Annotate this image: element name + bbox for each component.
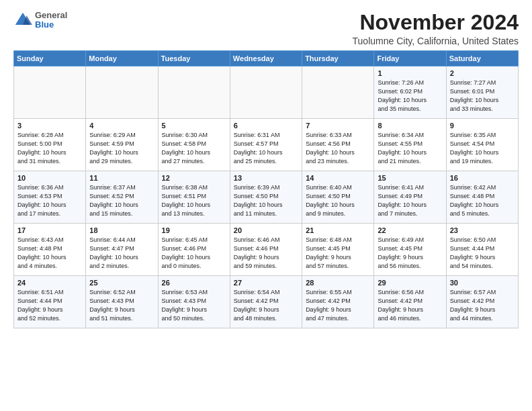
calendar-cell: 11Sunrise: 6:37 AM Sunset: 4:52 PM Dayli… xyxy=(86,171,158,224)
day-number: 24 xyxy=(17,279,82,287)
day-info: Sunrise: 7:27 AM Sunset: 6:01 PM Dayligh… xyxy=(450,79,515,113)
day-info: Sunrise: 6:45 AM Sunset: 4:46 PM Dayligh… xyxy=(162,236,226,271)
day-number: 3 xyxy=(17,122,82,130)
day-info: Sunrise: 6:33 AM Sunset: 4:56 PM Dayligh… xyxy=(306,131,370,166)
calendar-cell: 24Sunrise: 6:51 AM Sunset: 4:44 PM Dayli… xyxy=(14,276,86,328)
logo-blue: Blue xyxy=(35,20,67,30)
day-info: Sunrise: 6:52 AM Sunset: 4:43 PM Dayligh… xyxy=(89,288,154,323)
calendar-cell xyxy=(302,66,374,119)
day-number: 20 xyxy=(234,226,298,234)
day-number: 8 xyxy=(378,122,442,130)
day-info: Sunrise: 6:29 AM Sunset: 4:59 PM Dayligh… xyxy=(89,131,154,166)
day-number: 7 xyxy=(306,122,370,130)
day-number: 25 xyxy=(89,279,154,287)
day-info: Sunrise: 6:40 AM Sunset: 4:50 PM Dayligh… xyxy=(306,183,370,218)
week-row: 24Sunrise: 6:51 AM Sunset: 4:44 PM Dayli… xyxy=(14,276,519,328)
day-info: Sunrise: 6:49 AM Sunset: 4:45 PM Dayligh… xyxy=(378,236,442,271)
calendar-cell: 23Sunrise: 6:50 AM Sunset: 4:44 PM Dayli… xyxy=(446,224,518,276)
week-row: 10Sunrise: 6:36 AM Sunset: 4:53 PM Dayli… xyxy=(14,171,519,224)
calendar-cell: 19Sunrise: 6:45 AM Sunset: 4:46 PM Dayli… xyxy=(158,224,230,276)
calendar-cell: 17Sunrise: 6:43 AM Sunset: 4:48 PM Dayli… xyxy=(14,224,86,276)
logo-general: General xyxy=(35,11,67,20)
location: Tuolumne City, California, United States xyxy=(353,36,519,46)
calendar-cell: 16Sunrise: 6:42 AM Sunset: 4:48 PM Dayli… xyxy=(446,171,518,224)
day-info: Sunrise: 7:26 AM Sunset: 6:02 PM Dayligh… xyxy=(378,79,442,113)
day-number: 1 xyxy=(378,69,442,77)
day-number: 11 xyxy=(89,174,154,182)
day-info: Sunrise: 6:34 AM Sunset: 4:55 PM Dayligh… xyxy=(378,131,442,166)
day-info: Sunrise: 6:46 AM Sunset: 4:46 PM Dayligh… xyxy=(234,236,298,271)
week-row: 1Sunrise: 7:26 AM Sunset: 6:02 PM Daylig… xyxy=(14,66,519,119)
header-day: Wednesday xyxy=(230,51,302,66)
day-number: 17 xyxy=(17,226,82,234)
calendar-cell: 8Sunrise: 6:34 AM Sunset: 4:55 PM Daylig… xyxy=(374,119,446,171)
day-number: 22 xyxy=(378,226,442,234)
calendar-cell: 4Sunrise: 6:29 AM Sunset: 4:59 PM Daylig… xyxy=(86,119,158,171)
month-title: November 2024 xyxy=(353,11,519,34)
calendar-table: SundayMondayTuesdayWednesdayThursdayFrid… xyxy=(13,50,519,328)
calendar-cell: 10Sunrise: 6:36 AM Sunset: 4:53 PM Dayli… xyxy=(14,171,86,224)
calendar-body: 1Sunrise: 7:26 AM Sunset: 6:02 PM Daylig… xyxy=(14,66,519,328)
day-info: Sunrise: 6:57 AM Sunset: 4:42 PM Dayligh… xyxy=(450,288,515,323)
day-info: Sunrise: 6:37 AM Sunset: 4:52 PM Dayligh… xyxy=(89,183,154,218)
calendar-cell xyxy=(86,66,158,119)
logo-icon xyxy=(13,11,32,30)
calendar-cell: 21Sunrise: 6:48 AM Sunset: 4:45 PM Dayli… xyxy=(302,224,374,276)
day-number: 14 xyxy=(306,174,370,182)
header: General Blue November 2024 Tuolumne City… xyxy=(13,11,519,46)
day-info: Sunrise: 6:51 AM Sunset: 4:44 PM Dayligh… xyxy=(17,288,82,323)
day-info: Sunrise: 6:43 AM Sunset: 4:48 PM Dayligh… xyxy=(17,236,82,271)
day-info: Sunrise: 6:55 AM Sunset: 4:42 PM Dayligh… xyxy=(306,288,370,323)
calendar-cell: 26Sunrise: 6:53 AM Sunset: 4:43 PM Dayli… xyxy=(158,276,230,328)
calendar-cell: 29Sunrise: 6:56 AM Sunset: 4:42 PM Dayli… xyxy=(374,276,446,328)
day-number: 12 xyxy=(162,174,226,182)
logo-text: General Blue xyxy=(35,11,67,30)
day-info: Sunrise: 6:28 AM Sunset: 5:00 PM Dayligh… xyxy=(17,131,82,166)
day-number: 28 xyxy=(306,279,370,287)
day-number: 26 xyxy=(162,279,226,287)
day-info: Sunrise: 6:39 AM Sunset: 4:50 PM Dayligh… xyxy=(234,183,298,218)
day-number: 9 xyxy=(450,122,515,130)
calendar-cell: 5Sunrise: 6:30 AM Sunset: 4:58 PM Daylig… xyxy=(158,119,230,171)
day-info: Sunrise: 6:31 AM Sunset: 4:57 PM Dayligh… xyxy=(234,131,298,166)
day-number: 10 xyxy=(17,174,82,182)
day-number: 30 xyxy=(450,279,515,287)
calendar-cell: 7Sunrise: 6:33 AM Sunset: 4:56 PM Daylig… xyxy=(302,119,374,171)
calendar-cell: 20Sunrise: 6:46 AM Sunset: 4:46 PM Dayli… xyxy=(230,224,302,276)
day-number: 4 xyxy=(89,122,154,130)
day-number: 29 xyxy=(378,279,442,287)
page: General Blue November 2024 Tuolumne City… xyxy=(0,0,532,411)
calendar-cell xyxy=(158,66,230,119)
day-info: Sunrise: 6:42 AM Sunset: 4:48 PM Dayligh… xyxy=(450,183,515,218)
day-number: 5 xyxy=(162,122,226,130)
week-row: 3Sunrise: 6:28 AM Sunset: 5:00 PM Daylig… xyxy=(14,119,519,171)
calendar-cell: 22Sunrise: 6:49 AM Sunset: 4:45 PM Dayli… xyxy=(374,224,446,276)
calendar-cell: 18Sunrise: 6:44 AM Sunset: 4:47 PM Dayli… xyxy=(86,224,158,276)
day-number: 15 xyxy=(378,174,442,182)
day-number: 6 xyxy=(234,122,298,130)
week-row: 17Sunrise: 6:43 AM Sunset: 4:48 PM Dayli… xyxy=(14,224,519,276)
calendar-cell: 28Sunrise: 6:55 AM Sunset: 4:42 PM Dayli… xyxy=(302,276,374,328)
day-number: 13 xyxy=(234,174,298,182)
header-day: Monday xyxy=(86,51,158,66)
day-info: Sunrise: 6:38 AM Sunset: 4:51 PM Dayligh… xyxy=(162,183,226,218)
calendar-cell xyxy=(14,66,86,119)
calendar-cell: 13Sunrise: 6:39 AM Sunset: 4:50 PM Dayli… xyxy=(230,171,302,224)
day-number: 19 xyxy=(162,226,226,234)
day-info: Sunrise: 6:30 AM Sunset: 4:58 PM Dayligh… xyxy=(162,131,226,166)
day-number: 21 xyxy=(306,226,370,234)
calendar-cell: 9Sunrise: 6:35 AM Sunset: 4:54 PM Daylig… xyxy=(446,119,518,171)
calendar-cell: 14Sunrise: 6:40 AM Sunset: 4:50 PM Dayli… xyxy=(302,171,374,224)
logo: General Blue xyxy=(13,11,67,30)
title-block: November 2024 Tuolumne City, California,… xyxy=(353,11,519,46)
day-info: Sunrise: 6:44 AM Sunset: 4:47 PM Dayligh… xyxy=(89,236,154,271)
day-number: 16 xyxy=(450,174,515,182)
calendar-cell: 2Sunrise: 7:27 AM Sunset: 6:01 PM Daylig… xyxy=(446,66,518,119)
header-row: SundayMondayTuesdayWednesdayThursdayFrid… xyxy=(14,51,519,66)
day-info: Sunrise: 6:35 AM Sunset: 4:54 PM Dayligh… xyxy=(450,131,515,166)
header-day: Tuesday xyxy=(158,51,230,66)
calendar-cell: 25Sunrise: 6:52 AM Sunset: 4:43 PM Dayli… xyxy=(86,276,158,328)
day-number: 27 xyxy=(234,279,298,287)
calendar-cell: 30Sunrise: 6:57 AM Sunset: 4:42 PM Dayli… xyxy=(446,276,518,328)
day-info: Sunrise: 6:56 AM Sunset: 4:42 PM Dayligh… xyxy=(378,288,442,323)
